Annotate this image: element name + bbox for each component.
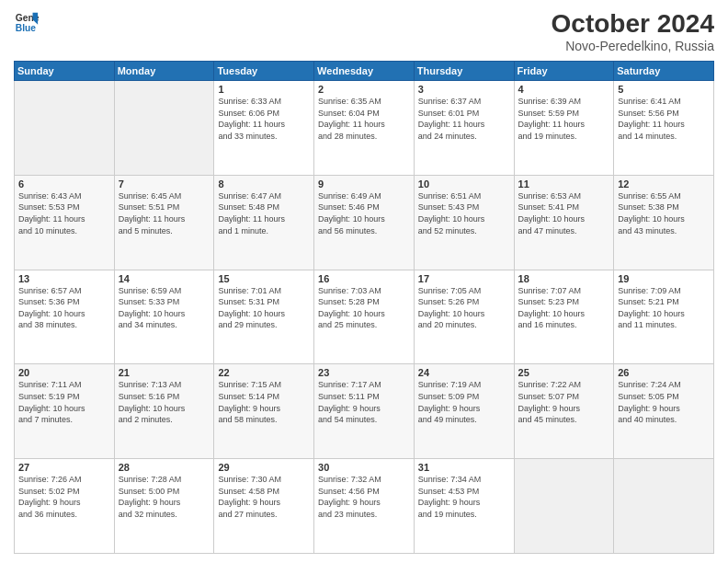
cell-content: Sunrise: 6:35 AMSunset: 6:04 PMDaylight:… [318, 96, 410, 142]
day-number: 5 [618, 84, 710, 95]
calendar-cell-2-3: 16Sunrise: 7:03 AMSunset: 5:28 PMDayligh… [314, 270, 415, 364]
day-number: 11 [518, 178, 610, 190]
cell-content: Sunrise: 7:11 AMSunset: 5:19 PMDaylight:… [18, 379, 110, 425]
page: General Blue October 2024 Novo-Peredelki… [0, 0, 728, 563]
day-number: 4 [518, 84, 610, 95]
calendar-cell-0-5: 4Sunrise: 6:39 AMSunset: 5:59 PMDaylight… [514, 81, 614, 176]
calendar-cell-3-4: 24Sunrise: 7:19 AMSunset: 5:09 PMDayligh… [414, 364, 514, 459]
week-row-2: 13Sunrise: 6:57 AMSunset: 5:36 PMDayligh… [15, 270, 714, 364]
calendar-cell-3-2: 22Sunrise: 7:15 AMSunset: 5:14 PMDayligh… [214, 364, 314, 459]
week-row-4: 27Sunrise: 7:26 AMSunset: 5:02 PMDayligh… [15, 459, 714, 554]
calendar-header-row: Sunday Monday Tuesday Wednesday Thursday… [15, 62, 714, 81]
day-number: 12 [618, 178, 710, 190]
day-number: 7 [119, 178, 210, 190]
cell-content: Sunrise: 6:55 AMSunset: 5:38 PMDaylight:… [618, 190, 710, 236]
day-number: 30 [318, 462, 410, 473]
cell-content: Sunrise: 7:13 AMSunset: 5:16 PMDaylight:… [119, 379, 210, 425]
calendar-cell-1-0: 6Sunrise: 6:43 AMSunset: 5:53 PMDaylight… [15, 175, 115, 270]
day-number: 20 [18, 367, 110, 378]
calendar-cell-2-0: 13Sunrise: 6:57 AMSunset: 5:36 PMDayligh… [15, 270, 115, 364]
week-row-3: 20Sunrise: 7:11 AMSunset: 5:19 PMDayligh… [15, 364, 714, 459]
calendar-cell-2-1: 14Sunrise: 6:59 AMSunset: 5:33 PMDayligh… [114, 270, 214, 364]
day-number: 24 [418, 367, 510, 378]
calendar-cell-1-4: 10Sunrise: 6:51 AMSunset: 5:43 PMDayligh… [414, 175, 514, 270]
day-number: 18 [518, 273, 610, 284]
calendar-cell-4-4: 31Sunrise: 7:34 AMSunset: 4:53 PMDayligh… [414, 459, 514, 554]
col-sunday: Sunday [15, 62, 115, 81]
calendar-cell-2-4: 17Sunrise: 7:05 AMSunset: 5:26 PMDayligh… [414, 270, 514, 364]
calendar-cell-2-6: 19Sunrise: 7:09 AMSunset: 5:21 PMDayligh… [614, 270, 714, 364]
calendar-cell-4-0: 27Sunrise: 7:26 AMSunset: 5:02 PMDayligh… [15, 459, 115, 554]
cell-content: Sunrise: 7:22 AMSunset: 5:07 PMDaylight:… [518, 379, 610, 425]
col-saturday: Saturday [614, 62, 714, 81]
week-row-0: 1Sunrise: 6:33 AMSunset: 6:06 PMDaylight… [15, 81, 714, 176]
calendar-cell-3-3: 23Sunrise: 7:17 AMSunset: 5:11 PMDayligh… [314, 364, 415, 459]
calendar-cell-1-1: 7Sunrise: 6:45 AMSunset: 5:51 PMDaylight… [114, 175, 214, 270]
calendar-cell-0-3: 2Sunrise: 6:35 AMSunset: 6:04 PMDaylight… [314, 81, 415, 176]
logo: General Blue [14, 9, 40, 35]
title-block: October 2024 Novo-Peredelkino, Russia [552, 9, 714, 53]
cell-content: Sunrise: 7:15 AMSunset: 5:14 PMDaylight:… [218, 379, 310, 425]
calendar-cell-1-6: 12Sunrise: 6:55 AMSunset: 5:38 PMDayligh… [614, 175, 714, 270]
calendar-cell-0-2: 1Sunrise: 6:33 AMSunset: 6:06 PMDaylight… [214, 81, 314, 176]
calendar-cell-4-3: 30Sunrise: 7:32 AMSunset: 4:56 PMDayligh… [314, 459, 415, 554]
cell-content: Sunrise: 6:49 AMSunset: 5:46 PMDaylight:… [318, 190, 410, 236]
cell-content: Sunrise: 7:28 AMSunset: 5:00 PMDaylight:… [119, 474, 210, 520]
day-number: 28 [119, 462, 210, 473]
day-number: 17 [418, 273, 510, 284]
day-number: 27 [18, 462, 110, 473]
day-number: 13 [18, 273, 110, 284]
cell-content: Sunrise: 7:34 AMSunset: 4:53 PMDaylight:… [418, 474, 510, 520]
calendar-cell-3-5: 25Sunrise: 7:22 AMSunset: 5:07 PMDayligh… [514, 364, 614, 459]
cell-content: Sunrise: 6:57 AMSunset: 5:36 PMDaylight:… [18, 285, 110, 331]
calendar-cell-0-4: 3Sunrise: 6:37 AMSunset: 6:01 PMDaylight… [414, 81, 514, 176]
cell-content: Sunrise: 6:43 AMSunset: 5:53 PMDaylight:… [18, 190, 110, 236]
cell-content: Sunrise: 7:24 AMSunset: 5:05 PMDaylight:… [618, 379, 710, 425]
day-number: 23 [318, 367, 410, 378]
calendar-cell-1-3: 9Sunrise: 6:49 AMSunset: 5:46 PMDaylight… [314, 175, 415, 270]
cell-content: Sunrise: 6:45 AMSunset: 5:51 PMDaylight:… [119, 190, 210, 236]
cell-content: Sunrise: 6:51 AMSunset: 5:43 PMDaylight:… [418, 190, 510, 236]
calendar-cell-2-5: 18Sunrise: 7:07 AMSunset: 5:23 PMDayligh… [514, 270, 614, 364]
calendar-cell-1-2: 8Sunrise: 6:47 AMSunset: 5:48 PMDaylight… [214, 175, 314, 270]
day-number: 26 [618, 367, 710, 378]
svg-text:Blue: Blue [16, 23, 37, 33]
cell-content: Sunrise: 7:03 AMSunset: 5:28 PMDaylight:… [318, 285, 410, 331]
calendar-cell-4-5 [514, 459, 614, 554]
day-number: 8 [218, 178, 310, 190]
calendar-table: Sunday Monday Tuesday Wednesday Thursday… [14, 61, 714, 554]
calendar-cell-3-0: 20Sunrise: 7:11 AMSunset: 5:19 PMDayligh… [15, 364, 115, 459]
logo-icon: General Blue [14, 9, 40, 35]
cell-content: Sunrise: 7:30 AMSunset: 4:58 PMDaylight:… [218, 474, 310, 520]
cell-content: Sunrise: 7:01 AMSunset: 5:31 PMDaylight:… [218, 285, 310, 331]
day-number: 9 [318, 178, 410, 190]
day-number: 14 [119, 273, 210, 284]
calendar-cell-4-2: 29Sunrise: 7:30 AMSunset: 4:58 PMDayligh… [214, 459, 314, 554]
col-monday: Monday [114, 62, 214, 81]
cell-content: Sunrise: 7:07 AMSunset: 5:23 PMDaylight:… [518, 285, 610, 331]
day-number: 1 [218, 84, 310, 95]
day-number: 21 [119, 367, 210, 378]
day-number: 16 [318, 273, 410, 284]
calendar-cell-3-1: 21Sunrise: 7:13 AMSunset: 5:16 PMDayligh… [114, 364, 214, 459]
cell-content: Sunrise: 6:59 AMSunset: 5:33 PMDaylight:… [119, 285, 210, 331]
day-number: 15 [218, 273, 310, 284]
cell-content: Sunrise: 7:09 AMSunset: 5:21 PMDaylight:… [618, 285, 710, 331]
calendar-cell-1-5: 11Sunrise: 6:53 AMSunset: 5:41 PMDayligh… [514, 175, 614, 270]
week-row-1: 6Sunrise: 6:43 AMSunset: 5:53 PMDaylight… [15, 175, 714, 270]
day-number: 3 [418, 84, 510, 95]
cell-content: Sunrise: 6:37 AMSunset: 6:01 PMDaylight:… [418, 96, 510, 142]
header: General Blue October 2024 Novo-Peredelki… [14, 9, 714, 53]
col-wednesday: Wednesday [314, 62, 415, 81]
calendar-cell-0-6: 5Sunrise: 6:41 AMSunset: 5:56 PMDaylight… [614, 81, 714, 176]
col-thursday: Thursday [414, 62, 514, 81]
calendar-cell-4-1: 28Sunrise: 7:28 AMSunset: 5:00 PMDayligh… [114, 459, 214, 554]
day-number: 22 [218, 367, 310, 378]
cell-content: Sunrise: 6:39 AMSunset: 5:59 PMDaylight:… [518, 96, 610, 142]
day-number: 2 [318, 84, 410, 95]
day-number: 10 [418, 178, 510, 190]
calendar-cell-2-2: 15Sunrise: 7:01 AMSunset: 5:31 PMDayligh… [214, 270, 314, 364]
calendar-cell-0-0 [15, 81, 115, 176]
calendar-cell-4-6 [614, 459, 714, 554]
cell-content: Sunrise: 6:53 AMSunset: 5:41 PMDaylight:… [518, 190, 610, 236]
